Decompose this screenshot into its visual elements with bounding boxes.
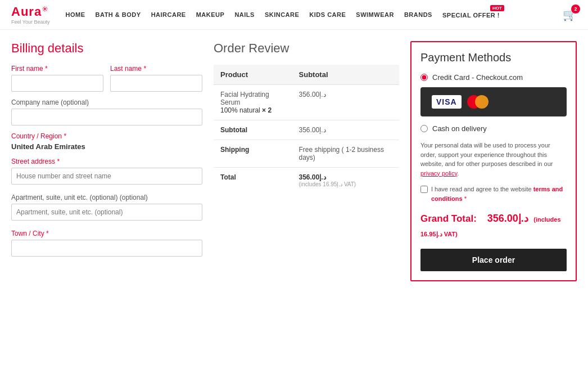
payment-title: Payment Methods bbox=[420, 51, 567, 64]
terms-required: * bbox=[464, 195, 467, 202]
logo-star-icon: ✳ bbox=[42, 5, 48, 14]
country-label: Country / Region * bbox=[11, 132, 202, 140]
nav-item-skincare[interactable]: SKINCARE bbox=[265, 11, 299, 18]
shipping-value-cell: Free shipping ( 1-2 business days) bbox=[292, 140, 399, 168]
product-row: Facial Hydrating Serum 100% natural × 2 … bbox=[214, 85, 399, 120]
grand-total-label: Grand Total: bbox=[420, 213, 477, 224]
name-row: First name * Last name * bbox=[11, 65, 202, 92]
place-order-button[interactable]: Place order bbox=[420, 249, 567, 271]
apt-group: Apartment, suite, unit etc. (optional) (… bbox=[11, 194, 202, 226]
total-note: (includes 16.95د.إ VAT) bbox=[299, 181, 392, 187]
mastercard-logo bbox=[467, 95, 489, 109]
subtotal-label-cell: Subtotal bbox=[214, 120, 292, 140]
city-label: Town / City * bbox=[11, 230, 202, 237]
first-name-group: First name * bbox=[11, 65, 103, 92]
last-name-label: Last name * bbox=[110, 65, 202, 73]
cash-label: Cash on delivery bbox=[432, 124, 487, 133]
privacy-policy-link[interactable]: privacy policy bbox=[420, 170, 457, 177]
company-input[interactable] bbox=[11, 109, 202, 125]
street-label: Street address * bbox=[11, 158, 202, 165]
grand-total-section: Grand Total: 356.00د.إ (includes 16.95د.… bbox=[420, 211, 567, 241]
cart-count-badge: 2 bbox=[571, 5, 580, 14]
subtotal-value-cell: 356.00د.إ bbox=[292, 120, 399, 140]
apt-input[interactable] bbox=[11, 204, 202, 221]
billing-title: Billing details bbox=[11, 41, 202, 56]
country-value: United Arab Emirates bbox=[11, 142, 202, 151]
credit-card-option[interactable]: Credit Card - Checkout.com bbox=[420, 73, 567, 82]
total-row: Total 356.00د.إ (includes 16.95د.إ VAT) bbox=[214, 168, 399, 194]
last-name-group: Last name * bbox=[110, 65, 202, 92]
payment-section: Payment Methods Credit Card - Checkout.c… bbox=[410, 41, 577, 281]
product-price-cell: 356.00د.إ bbox=[292, 85, 399, 120]
terms-row: I have read and agree to the website ter… bbox=[420, 185, 567, 203]
mc-right-circle bbox=[475, 95, 489, 109]
last-name-input[interactable] bbox=[110, 75, 202, 92]
apt-label: Apartment, suite, unit etc. (optional) (… bbox=[11, 194, 202, 201]
nav-item-special-offer[interactable]: SPECIAL OFFER ! bbox=[442, 12, 500, 19]
terms-checkbox[interactable] bbox=[420, 186, 428, 193]
city-group: Town / City * bbox=[11, 230, 202, 262]
cash-radio[interactable] bbox=[420, 125, 428, 132]
col-subtotal: Subtotal bbox=[292, 65, 399, 85]
company-label: Company name (optional) bbox=[11, 98, 202, 106]
nav-item-swimwear[interactable]: SWIMWEAR bbox=[356, 11, 394, 18]
grand-total-amount: 356.00د.إ bbox=[487, 213, 528, 224]
order-section: Order Review Product Subtotal Facial Hyd… bbox=[214, 41, 399, 193]
nav-item-brands[interactable]: BRANDS bbox=[404, 11, 432, 18]
grand-total-line: Grand Total: 356.00د.إ (includes 16.95د.… bbox=[420, 211, 567, 241]
main-container: Billing details First name * Last name *… bbox=[0, 30, 588, 293]
logo: Aura ✳ Feel Your Beauty bbox=[11, 5, 50, 25]
privacy-text: Your personal data will be used to proce… bbox=[420, 141, 567, 178]
special-offer-wrap: SPECIAL OFFER ! HOT bbox=[442, 11, 500, 19]
product-name-cell: Facial Hydrating Serum 100% natural × 2 bbox=[214, 85, 292, 120]
shipping-row: Shipping Free shipping ( 1-2 business da… bbox=[214, 140, 399, 168]
credit-card-label: Credit Card - Checkout.com bbox=[432, 73, 523, 82]
visa-logo: VISA bbox=[432, 95, 462, 109]
first-name-label: First name * bbox=[11, 65, 103, 73]
total-value-cell: 356.00د.إ (includes 16.95د.إ VAT) bbox=[292, 168, 399, 194]
hot-badge: HOT bbox=[490, 5, 504, 11]
country-group: Country / Region * United Arab Emirates bbox=[11, 132, 202, 151]
logo-text: Aura bbox=[11, 5, 42, 19]
total-label-cell: Total bbox=[214, 168, 292, 194]
nav-item-bath[interactable]: BATH & BODY bbox=[96, 11, 141, 18]
logo-subtitle: Feel Your Beauty bbox=[11, 19, 50, 25]
cart-icon-wrap[interactable]: 🛒 2 bbox=[563, 8, 577, 21]
nav-item-home[interactable]: HOME bbox=[66, 11, 85, 18]
nav-item-nails[interactable]: NAILS bbox=[234, 11, 255, 18]
order-title: Order Review bbox=[214, 41, 399, 56]
order-table: Product Subtotal Facial Hydrating Serum … bbox=[214, 65, 399, 193]
product-name: Facial Hydrating Serum bbox=[220, 91, 286, 106]
nav-item-haircare[interactable]: HAIRCARE bbox=[151, 11, 186, 18]
product-qty: 100% natural × 2 bbox=[220, 106, 286, 114]
nav-item-kidscare[interactable]: KIDS CARE bbox=[309, 11, 346, 18]
city-input[interactable] bbox=[11, 240, 202, 257]
company-group: Company name (optional) bbox=[11, 98, 202, 125]
street-input[interactable] bbox=[11, 168, 202, 185]
col-product: Product bbox=[214, 65, 292, 85]
credit-card-radio[interactable] bbox=[420, 74, 428, 81]
terms-text: I have read and agree to the website ter… bbox=[431, 185, 567, 203]
street-group: Street address * bbox=[11, 158, 202, 190]
card-logos-box: VISA bbox=[420, 87, 567, 116]
nav-item-makeup[interactable]: MAKEUP bbox=[196, 11, 225, 18]
navbar: Aura ✳ Feel Your Beauty HOME BATH & BODY… bbox=[0, 0, 588, 30]
billing-section: Billing details First name * Last name *… bbox=[11, 41, 202, 262]
first-name-input[interactable] bbox=[11, 75, 103, 92]
subtotal-row: Subtotal 356.00د.إ bbox=[214, 120, 399, 140]
cash-option[interactable]: Cash on delivery bbox=[420, 124, 567, 133]
shipping-label-cell: Shipping bbox=[214, 140, 292, 168]
